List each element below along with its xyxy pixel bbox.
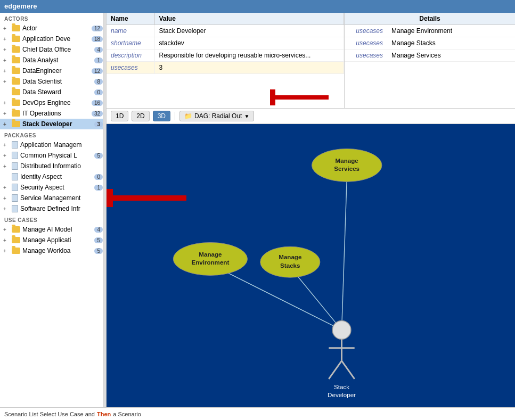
properties-panel: Name Value name Stack Developer shortnam… (107, 13, 515, 109)
details-type-cell: usecases (345, 50, 387, 62)
svg-line-20 (329, 361, 341, 379)
title-bar: edgemere (0, 0, 515, 13)
svg-text:Manage: Manage (336, 157, 359, 164)
folder-icon (12, 25, 20, 31)
svg-text:Stack: Stack (334, 383, 349, 390)
badge: 8 (94, 79, 103, 85)
folder-icon (12, 89, 20, 95)
packages-section-label: PACKAGES (0, 129, 106, 139)
sidebar-item-servicemanagement[interactable]: + Service Management (0, 193, 106, 203)
scrollbar[interactable] (103, 13, 106, 407)
btn-2d[interactable]: 2D (132, 111, 149, 121)
sidebar-item-label: Manage Applicati (22, 236, 93, 244)
sidebar-item-manageworkload[interactable]: + Manage Workloa 5 (0, 245, 106, 256)
folder-icon (12, 226, 20, 233)
folder-icon (12, 237, 20, 243)
prop-value-cell: stackdev (154, 37, 344, 50)
svg-text:Services: Services (334, 165, 359, 172)
sidebar-item-label: Security Aspect (20, 184, 93, 191)
svg-text:Manage: Manage (199, 251, 222, 258)
status-highlight: Then (97, 411, 111, 417)
sidebar-item-distributed[interactable]: + Distributed Informatio (0, 161, 106, 171)
folder-icon (12, 110, 20, 117)
sidebar-item-devops[interactable]: + DevOps Enginee 16 (0, 97, 106, 108)
sidebar-item-security[interactable]: + Security Aspect 1 (0, 182, 106, 193)
usecases-section-label: USE CASES (0, 214, 106, 224)
sidebar-item-stackdev[interactable]: + Stack Developer 3 (0, 119, 106, 129)
svg-line-21 (342, 361, 355, 379)
sidebar-item-label: Data Steward (22, 88, 93, 96)
folder-small-icon: 📁 (184, 112, 192, 120)
sidebar-item-label: Application Managem (20, 141, 103, 149)
sidebar-item-itops[interactable]: + IT Operations 32 (0, 108, 106, 119)
badge: 0 (94, 174, 103, 180)
sidebar-item-datascientist[interactable]: + Data Scientist 8 (0, 76, 106, 87)
details-header: Details (345, 13, 515, 25)
sidebar-item-manageai[interactable]: + Manage AI Model 4 (0, 224, 106, 235)
sidebar-item-label: Common Physical L (20, 152, 93, 159)
details-row: usecases Manage Services (345, 50, 515, 62)
expand-icon: + (3, 26, 10, 31)
folder-icon (12, 121, 20, 127)
badge: 12 (92, 68, 103, 74)
sidebar-item-softwaredefined[interactable]: + Software Defined Infr (0, 203, 106, 214)
sidebar-item-manageapp[interactable]: + Manage Applicati 5 (0, 235, 106, 245)
sidebar-item-identity[interactable]: Identity Aspect 0 (0, 171, 106, 182)
actors-section-label: ACTORS (0, 13, 106, 23)
expand-icon: + (3, 111, 10, 117)
expand-icon: + (3, 68, 10, 74)
expand-icon (3, 174, 10, 180)
svg-text:Manage: Manage (279, 253, 302, 260)
sidebar-item-dataanalyst[interactable]: + Data Analyst 1 (0, 55, 106, 65)
svg-text:Stacks: Stacks (280, 262, 300, 269)
toolbar-separator (175, 112, 175, 120)
sidebar-item-label: IT Operations (22, 110, 90, 117)
sidebar-item-label: Stack Developer (22, 120, 93, 128)
expand-icon: + (3, 36, 10, 42)
sidebar-item-label: Data Analyst (22, 56, 93, 64)
badge: 4 (94, 227, 103, 233)
sidebar-item-datasteward[interactable]: Data Steward 0 (0, 87, 106, 97)
sidebar-item-actor[interactable]: + Actor 12 (0, 23, 106, 34)
expand-icon: + (3, 153, 10, 159)
expand-icon: + (3, 142, 10, 148)
svg-text:Developer: Developer (328, 391, 356, 398)
expand-icon: + (3, 195, 10, 201)
badge: 16 (92, 100, 103, 106)
status-bar: Scenario List Select Use Case and Then a… (0, 407, 515, 420)
badge: 5 (94, 153, 103, 159)
btn-3d[interactable]: 3D (153, 111, 170, 121)
doc-icon (12, 194, 18, 202)
sidebar-item-label: Application Deve (22, 35, 90, 43)
table-row: name Stack Developer (107, 25, 344, 37)
prop-name-cell: description (107, 50, 154, 62)
sidebar-item-label: Actor (22, 24, 90, 32)
sidebar-item-appdev[interactable]: + Application Deve 18 (0, 34, 106, 44)
folder-icon (12, 68, 20, 74)
prop-value-cell: Responsible for developing reusable micr… (154, 50, 344, 62)
expand-icon: + (3, 57, 10, 63)
sidebar-item-label: Software Defined Infr (20, 205, 103, 212)
expand-icon: + (3, 100, 10, 106)
btn-1d[interactable]: 1D (111, 111, 128, 121)
right-panel: Name Value name Stack Developer shortnam… (107, 13, 515, 407)
prop-value-cell: Stack Developer (154, 25, 344, 37)
sidebar-item-label: Chief Data Office (22, 46, 93, 53)
folder-icon (12, 100, 20, 106)
svg-point-17 (332, 320, 351, 339)
app-title: edgemere (4, 2, 37, 10)
sidebar-item-chiefdata[interactable]: + Chief Data Office 4 (0, 44, 106, 55)
expand-icon: + (3, 237, 10, 243)
folder-icon (12, 248, 20, 254)
badge: 5 (94, 237, 103, 243)
sidebar-item-dataengineer[interactable]: + DataEngineer 12 (0, 65, 106, 76)
col-name-header: Name (107, 13, 154, 25)
table-row: shortname stackdev (107, 37, 344, 50)
prop-name-cell: shortname (107, 37, 154, 50)
expand-icon: + (3, 163, 10, 169)
toolbar-dag-selector[interactable]: 📁 DAG: Radial Out ▼ (179, 111, 254, 121)
sidebar-item-appmanagement[interactable]: + Application Managem (0, 139, 106, 150)
folder-icon (12, 46, 20, 53)
doc-icon (12, 205, 18, 212)
sidebar-item-commonphysical[interactable]: + Common Physical L 5 (0, 150, 106, 161)
